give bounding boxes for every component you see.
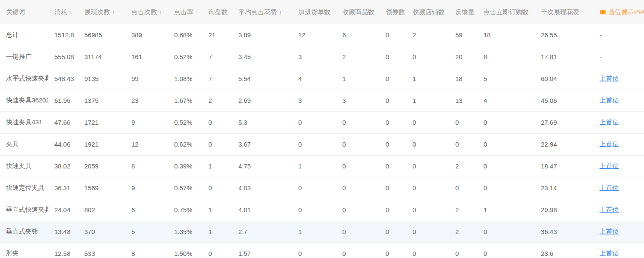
column-header-purchase-list-adds: 加进货单数 [292, 0, 336, 24]
column-header-keyword: 关键词 [0, 0, 48, 24]
cell-keyword: 一键推广 [0, 46, 48, 68]
cell-keyword: 水平式快速夹具 [0, 68, 48, 90]
column-label-ctr: 点击率 [174, 8, 193, 15]
cell-cpm: 29.98 [535, 199, 594, 221]
cell-cost: 555.08 [48, 46, 78, 68]
cell-cpm: 23.6 [535, 243, 594, 258]
cell-purchase-list-adds: 4 [292, 68, 336, 90]
cell-shop-favorites: 0 [407, 177, 449, 199]
crown-icon [599, 8, 606, 15]
cell-impressions: 370 [78, 221, 125, 243]
column-label-cost: 消耗 [54, 8, 67, 15]
cell-coupons-claimed: 0 [380, 133, 407, 155]
table-row: 垂直式夹钳13.4837051.35%12.710002036.43上首位 [0, 221, 644, 243]
cell-order-now-clicks: 18 [478, 24, 535, 46]
cell-product-favorites: 0 [336, 133, 380, 155]
go-to-first-position-link[interactable]: 上首位 [599, 162, 619, 169]
cell-pro-action: 上首位 [594, 155, 644, 177]
column-header-cost[interactable]: 消耗↓ [48, 0, 78, 24]
cell-product-favorites: 0 [336, 155, 380, 177]
column-header-avg-click-cost[interactable]: 平均点击花费↑ [232, 0, 292, 24]
go-to-first-position-link[interactable]: 上首位 [599, 184, 619, 191]
cell-coupons-claimed: 0 [380, 221, 407, 243]
cell-avg-click-cost: 4.03 [232, 177, 292, 199]
cell-clicks: 161 [125, 46, 168, 68]
cell-avg-click-cost: 4.75 [232, 155, 292, 177]
cell-clicks: 23 [125, 90, 168, 111]
cell-order-now-clicks: 5 [478, 68, 535, 90]
column-label-avg-click-cost: 平均点击花费 [238, 8, 277, 15]
cell-product-favorites: 3 [336, 90, 380, 111]
cell-order-now-clicks: 0 [478, 221, 535, 243]
sort-down-icon: ↓ [69, 9, 72, 15]
cell-shop-favorites: 0 [407, 221, 449, 243]
cell-feedback: 0 [449, 133, 478, 155]
go-to-first-position-link[interactable]: 上首位 [599, 228, 619, 235]
column-header-inquiries: 询盘数 [202, 0, 232, 24]
column-header-pro[interactable]: 首位展示PRO [594, 0, 644, 24]
column-header-cpm[interactable]: 千次展现花费↑ [535, 0, 594, 24]
cell-cost: 36.31 [48, 177, 78, 199]
cell-avg-click-cost: 4.01 [232, 199, 292, 221]
cell-pro-action: - [594, 46, 644, 68]
column-label-product-favorites: 收藏商品数 [342, 8, 374, 15]
cell-avg-click-cost: 3.45 [232, 46, 292, 68]
cell-feedback: 59 [449, 24, 478, 46]
cell-purchase-list-adds: 0 [292, 133, 336, 155]
keyword-report-grid: 关键词消耗↓展现次数↑点击次数↑点击率↑询盘数平均点击花费↑加进货单数收藏商品数… [0, 0, 644, 258]
cell-pro-action: - [594, 24, 644, 46]
go-to-first-position-link[interactable]: 上首位 [599, 118, 619, 126]
cell-cost: 12.58 [48, 243, 78, 258]
cell-cost: 13.48 [48, 221, 78, 243]
cell-product-favorites: 6 [336, 24, 380, 46]
go-to-first-position-link[interactable]: 上首位 [599, 140, 619, 147]
table-row: 快速夹具3620261.961375231.67%22.69330113445.… [0, 90, 644, 111]
cell-cost: 24.04 [48, 199, 78, 221]
table-header-row: 关键词消耗↓展现次数↑点击次数↑点击率↑询盘数平均点击花费↑加进货单数收藏商品数… [0, 0, 644, 24]
cell-order-now-clicks: 0 [478, 177, 535, 199]
cell-shop-favorites: 0 [407, 46, 449, 68]
column-header-coupons-claimed: 领券数 [380, 0, 407, 24]
cell-inquiries: 21 [202, 24, 232, 46]
cell-clicks: 6 [125, 199, 168, 221]
go-to-first-position-link[interactable]: 上首位 [599, 96, 619, 104]
cell-impressions: 31174 [78, 46, 125, 68]
cell-cost: 548.43 [48, 68, 78, 90]
cell-coupons-claimed: 0 [380, 24, 407, 46]
cell-clicks: 8 [125, 243, 168, 258]
cell-avg-click-cost: 5.54 [232, 68, 292, 90]
cell-feedback: 18 [449, 68, 478, 90]
cell-clicks: 99 [125, 68, 168, 90]
cell-inquiries: 7 [202, 46, 232, 68]
cell-feedback: 0 [449, 111, 478, 133]
cell-product-favorites: 2 [336, 46, 380, 68]
cell-keyword: 总计 [0, 24, 48, 46]
cell-ctr: 0.68% [168, 24, 202, 46]
cell-shop-favorites: 0 [407, 155, 449, 177]
table-row: 快速夹具38.02205980.39%14.7510002018.47上首位 [0, 155, 644, 177]
cell-keyword: 肘夹 [0, 243, 48, 258]
cell-ctr: 0.39% [168, 155, 202, 177]
cell-inquiries: 1 [202, 221, 232, 243]
go-to-first-position-link[interactable]: 上首位 [599, 75, 619, 82]
go-to-first-position-link[interactable]: 上首位 [599, 249, 619, 257]
column-header-ctr[interactable]: 点击率↑ [168, 0, 202, 24]
table-row: 一键推广555.08311741610.52%73.45320020817.81… [0, 46, 644, 68]
column-label-order-now-clicks: 点击立即订购数 [484, 8, 528, 15]
table-row: 垂直式快速夹具24.0480260.75%14.0100002129.98上首位 [0, 199, 644, 221]
go-to-first-position-link[interactable]: 上首位 [599, 206, 619, 213]
cell-cpm: 23.14 [535, 177, 594, 199]
column-header-clicks[interactable]: 点击次数↑ [125, 0, 168, 24]
cell-feedback: 13 [449, 90, 478, 111]
cell-avg-click-cost: 2.7 [232, 221, 292, 243]
cell-cpm: 45.06 [535, 90, 594, 111]
column-header-impressions[interactable]: 展现次数↑ [78, 0, 125, 24]
pro-action-empty: - [599, 53, 602, 60]
cell-impressions: 1721 [78, 111, 125, 133]
cell-purchase-list-adds: 12 [292, 24, 336, 46]
cell-clicks: 8 [125, 155, 168, 177]
column-label-clicks: 点击次数 [131, 8, 157, 15]
cell-impressions: 533 [78, 243, 125, 258]
cell-cost: 38.02 [48, 155, 78, 177]
cell-keyword: 垂直式快速夹具 [0, 199, 48, 221]
